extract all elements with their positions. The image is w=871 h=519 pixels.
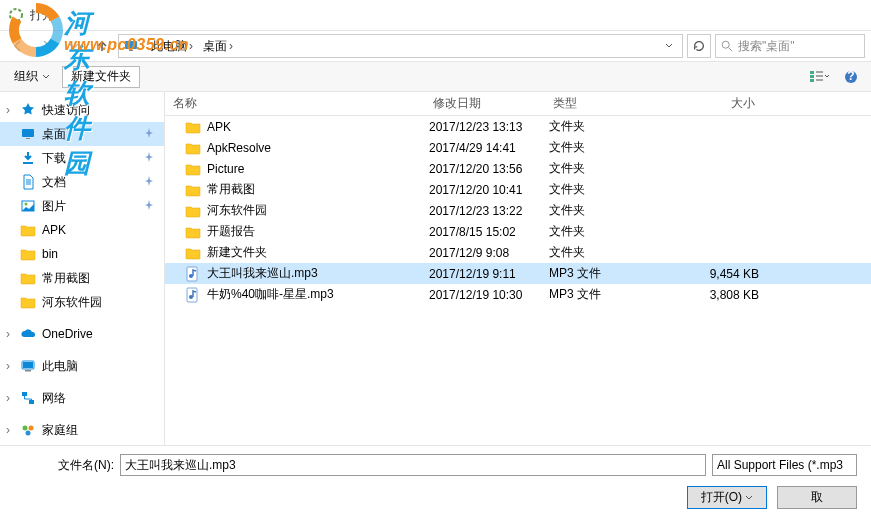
file-name-cell: APK: [169, 119, 429, 135]
file-name-cell: 开题报告: [169, 223, 429, 240]
onedrive-icon: [20, 326, 36, 342]
file-list-header: 名称 修改日期 类型 大小: [165, 92, 871, 116]
help-button[interactable]: ?: [837, 66, 865, 88]
pin-icon: [144, 199, 154, 213]
footer: 文件名(N): All Support Files (*.mp3 打开(O) 取: [0, 445, 871, 519]
filename-input[interactable]: [120, 454, 706, 476]
file-type: MP3 文件: [549, 265, 649, 282]
crumb-desktop[interactable]: 桌面›: [199, 36, 237, 56]
file-date: 2017/12/19 9:11: [429, 267, 549, 281]
sidebar-item-folder[interactable]: 河东软件园: [0, 290, 164, 314]
chevron-down-icon: [42, 73, 50, 81]
sidebar-item-pc[interactable]: ›此电脑: [0, 354, 164, 378]
sidebar-item-picture[interactable]: 图片: [0, 194, 164, 218]
search-icon: [720, 39, 734, 53]
file-row[interactable]: Picture2017/12/20 13:56文件夹: [165, 158, 871, 179]
star-icon: [20, 102, 36, 118]
cancel-button[interactable]: 取: [777, 486, 857, 509]
back-button[interactable]: [6, 34, 30, 58]
sidebar-label: 快速访问: [42, 102, 90, 119]
sidebar-item-download[interactable]: 下载: [0, 146, 164, 170]
pin-icon: [144, 175, 154, 189]
file-row[interactable]: 新建文件夹2017/12/9 9:08文件夹: [165, 242, 871, 263]
sidebar-item-desktop[interactable]: 桌面: [0, 122, 164, 146]
file-type: 文件夹: [549, 244, 649, 261]
svg-rect-21: [22, 392, 27, 396]
sidebar-item-folder[interactable]: bin: [0, 242, 164, 266]
file-name: Picture: [207, 162, 244, 176]
pin-icon: [144, 151, 154, 165]
up-button[interactable]: [90, 34, 114, 58]
file-row[interactable]: ApkResolve2017/4/29 14:41文件夹: [165, 137, 871, 158]
sidebar-item-onedrive[interactable]: ›OneDrive: [0, 322, 164, 346]
header-size[interactable]: 大小: [649, 95, 759, 112]
onedrive-icon: [20, 326, 36, 342]
address-dropdown[interactable]: [660, 35, 678, 57]
file-row[interactable]: APK2017/12/23 13:13文件夹: [165, 116, 871, 137]
file-date: 2017/12/19 10:30: [429, 288, 549, 302]
file-row[interactable]: 大王叫我来巡山.mp32017/12/19 9:11MP3 文件9,454 KB: [165, 263, 871, 284]
sidebar-item-home[interactable]: ›家庭组: [0, 418, 164, 442]
document-icon: [20, 174, 36, 190]
sidebar-label: 文档: [42, 174, 66, 191]
folder-icon: [20, 222, 36, 238]
search-input[interactable]: 搜索"桌面": [715, 34, 865, 58]
folder-icon: [185, 203, 201, 219]
file-type-filter[interactable]: All Support Files (*.mp3: [712, 454, 857, 476]
network-icon: [20, 390, 36, 406]
sidebar-label: 下载: [42, 150, 66, 167]
file-type: 文件夹: [549, 139, 649, 156]
expand-icon[interactable]: ›: [6, 359, 10, 373]
star-icon: [20, 102, 36, 118]
sidebar-item-network[interactable]: ›网络: [0, 386, 164, 410]
body: ›快速访问桌面下载文档图片APKbin常用截图河东软件园›OneDrive›此电…: [0, 92, 871, 445]
toolbar: 组织 新建文件夹 ?: [0, 62, 871, 92]
sidebar-label: APK: [42, 223, 66, 237]
folder-icon: [185, 119, 201, 135]
expand-icon[interactable]: ›: [6, 103, 10, 117]
svg-point-23: [23, 426, 28, 431]
svg-rect-28: [187, 288, 197, 302]
svg-rect-20: [25, 370, 31, 372]
file-row[interactable]: 常用截图2017/12/20 10:41文件夹: [165, 179, 871, 200]
file-date: 2017/8/15 15:02: [429, 225, 549, 239]
sidebar-item-document[interactable]: 文档: [0, 170, 164, 194]
header-name[interactable]: 名称: [169, 95, 429, 112]
file-row[interactable]: 牛奶%40咖啡-星星.mp32017/12/19 10:30MP3 文件3,80…: [165, 284, 871, 305]
cancel-label: 取: [811, 489, 823, 506]
recent-button[interactable]: [62, 34, 86, 58]
organize-button[interactable]: 组织: [6, 66, 58, 88]
sidebar-label: 河东软件园: [42, 294, 102, 311]
svg-rect-22: [29, 400, 34, 404]
crumb-this-pc[interactable]: 此电脑›: [147, 36, 197, 56]
app-icon: [8, 7, 24, 23]
forward-button[interactable]: [34, 34, 58, 58]
breadcrumb[interactable]: › 此电脑› 桌面›: [118, 34, 683, 58]
crumb-label: 此电脑: [151, 38, 187, 55]
file-row[interactable]: 开题报告2017/8/15 15:02文件夹: [165, 221, 871, 242]
file-row[interactable]: 河东软件园2017/12/23 13:22文件夹: [165, 200, 871, 221]
file-date: 2017/12/20 10:41: [429, 183, 549, 197]
file-name-cell: Picture: [169, 161, 429, 177]
sidebar-item-folder[interactable]: APK: [0, 218, 164, 242]
title-bar: 打开: [0, 0, 871, 30]
header-date[interactable]: 修改日期: [429, 95, 549, 112]
chevron-down-icon: [664, 41, 674, 51]
refresh-button[interactable]: [687, 34, 711, 58]
sidebar-item-folder[interactable]: 常用截图: [0, 266, 164, 290]
open-button[interactable]: 打开(O): [687, 486, 767, 509]
desktop-icon: [123, 38, 139, 54]
refresh-icon: [692, 39, 706, 53]
view-options-button[interactable]: [805, 66, 833, 88]
expand-icon[interactable]: ›: [6, 391, 10, 405]
folder-icon: [20, 222, 36, 238]
filter-label: All Support Files (*.mp3: [717, 458, 843, 472]
svg-rect-6: [810, 75, 814, 78]
desktop-icon: [20, 126, 36, 142]
sidebar-item-star[interactable]: ›快速访问: [0, 98, 164, 122]
expand-icon[interactable]: ›: [6, 423, 10, 437]
expand-icon[interactable]: ›: [6, 327, 10, 341]
file-name-cell: 牛奶%40咖啡-星星.mp3: [169, 286, 429, 303]
new-folder-button[interactable]: 新建文件夹: [62, 66, 140, 88]
header-type[interactable]: 类型: [549, 95, 649, 112]
